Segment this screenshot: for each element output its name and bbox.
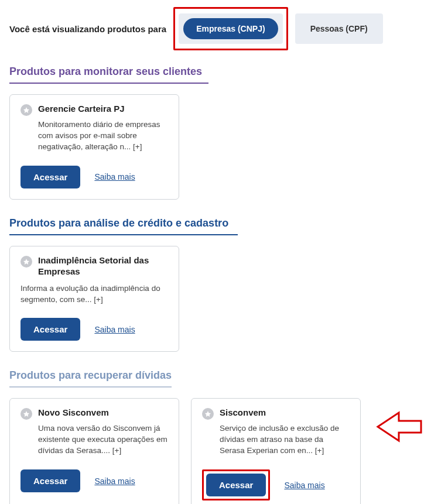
card-title: Novo Sisconvem: [38, 407, 109, 419]
section-title-credito: Produtos para análise de crédito e cadas…: [9, 217, 238, 235]
section-monitorar: Produtos para monitorar seus clientes Ge…: [9, 66, 439, 200]
section-credito: Produtos para análise de crédito e cadas…: [9, 217, 439, 352]
acessar-button[interactable]: Acessar: [20, 166, 80, 188]
toggle-group-inactive: Pessoas (CPF): [295, 13, 383, 44]
filter-label: Você está visualizando produtos para: [9, 24, 166, 34]
acessar-button[interactable]: Acessar: [20, 469, 80, 492]
toggle-pessoas[interactable]: Pessoas (CPF): [297, 18, 381, 39]
card-desc: Informa a evolução da inadimplência do s…: [20, 283, 168, 306]
card-inadimplencia: Inadimplência Setorial das Empresas Info…: [9, 246, 179, 352]
section-title-monitorar: Produtos para monitorar seus clientes: [9, 66, 208, 84]
section-title-recuperar: Produtos para recuperar dívidas: [9, 369, 172, 388]
card-gerencie-carteira: Gerencie Carteira PJ Monitoramento diári…: [9, 94, 179, 200]
card-sisconvem: Sisconvem Serviço de inclusão e exclusão…: [191, 398, 361, 504]
saiba-mais-link[interactable]: Saiba mais: [284, 481, 324, 490]
card-desc: Serviço de inclusão e exclusão de dívida…: [220, 423, 350, 457]
star-icon[interactable]: [202, 408, 214, 420]
filter-row: Você está visualizando produtos para Emp…: [9, 7, 439, 50]
card-desc: Uma nova versão do Sisconvem já existent…: [38, 423, 168, 457]
star-icon[interactable]: [20, 104, 32, 116]
card-desc: Monitoramento diário de empresas com avi…: [38, 119, 168, 153]
toggle-group-wrap: Empresas (CNPJ): [179, 13, 283, 44]
highlight-acessar: Acessar: [202, 469, 270, 500]
card-title: Gerencie Carteira PJ: [38, 103, 125, 115]
star-icon[interactable]: [20, 408, 32, 420]
star-icon[interactable]: [20, 256, 32, 268]
saiba-mais-link[interactable]: Saiba mais: [94, 325, 135, 334]
toggle-empresas[interactable]: Empresas (CNPJ): [183, 18, 278, 39]
saiba-mais-link[interactable]: Saiba mais: [94, 476, 135, 486]
acessar-button[interactable]: Acessar: [206, 474, 266, 496]
acessar-button[interactable]: Acessar: [20, 318, 80, 341]
arrow-left-icon: [375, 410, 422, 443]
highlight-empresas: Empresas (CNPJ): [173, 7, 288, 50]
saiba-mais-link[interactable]: Saiba mais: [94, 172, 135, 181]
card-title: Inadimplência Setorial das Empresas: [38, 255, 168, 277]
card-title: Sisconvem: [220, 407, 266, 419]
card-novo-sisconvem: Novo Sisconvem Uma nova versão do Siscon…: [9, 398, 179, 504]
section-recuperar: Produtos para recuperar dívidas Novo Sis…: [9, 369, 439, 504]
